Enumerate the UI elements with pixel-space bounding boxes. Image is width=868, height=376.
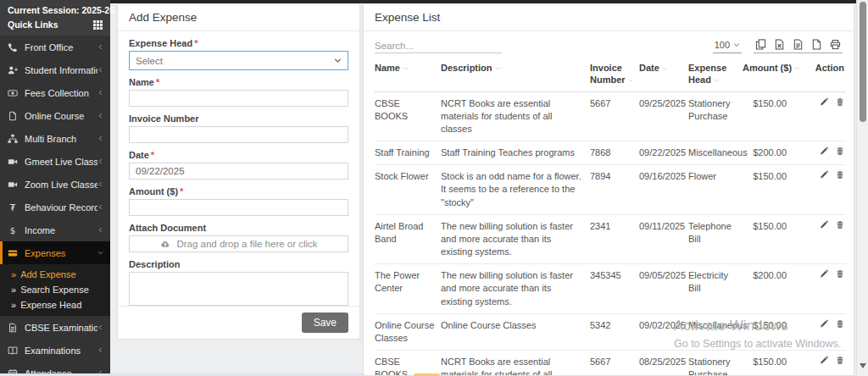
csv-icon[interactable]: [793, 39, 804, 50]
name-field[interactable]: [129, 90, 348, 107]
svg-text:$: $: [10, 225, 16, 235]
cell-date: 08/25/2025: [639, 351, 688, 376]
invoice-number-label: Invoice Number: [129, 113, 348, 124]
sidebar-item-behaviour-records[interactable]: ₮Behaviour Records: [0, 196, 110, 218]
cell-action: [805, 214, 846, 264]
sidebar-menu: Front OfficeStudent InformationFees Coll…: [0, 36, 110, 376]
delete-icon[interactable]: [836, 97, 844, 107]
column-header-invoice-number[interactable]: Invoice Number: [590, 59, 639, 91]
sidebar-item-label: Gmeet Live Classes: [25, 157, 97, 167]
quick-links-label: Quick Links: [8, 19, 58, 30]
cell-amount: $150.00: [743, 313, 805, 350]
scrollbar-thumb[interactable]: [860, 2, 866, 122]
scroll-down-arrow-icon[interactable]: [860, 363, 866, 372]
grid-icon[interactable]: [93, 20, 103, 30]
cell-description: Online Course Classes: [441, 313, 590, 350]
sidebar-item-label: Behaviour Records: [25, 202, 97, 213]
dropzone-text: Drag and drop a file here or click: [176, 239, 317, 249]
sidebar-item-online-course[interactable]: Online Course: [0, 104, 110, 127]
sidebar-item-student-information[interactable]: Student Information: [0, 58, 110, 81]
column-header-amount-[interactable]: Amount ($): [743, 59, 805, 91]
copy-icon[interactable]: [755, 39, 766, 50]
chevron-down-icon: [334, 57, 342, 64]
sidebar-item-fees-collection[interactable]: Fees Collection: [0, 81, 110, 104]
column-header-description[interactable]: Description: [441, 59, 590, 91]
cell-action: [805, 141, 846, 165]
cell-name: Staff Training: [375, 141, 441, 165]
edit-icon[interactable]: [820, 356, 828, 365]
list-controls-right: 100: [713, 39, 843, 53]
search-input[interactable]: [375, 39, 502, 53]
column-header-name[interactable]: Name: [375, 59, 441, 91]
edit-icon[interactable]: [820, 269, 828, 279]
file-dropzone[interactable]: Drag and drop a file here or click: [129, 235, 348, 252]
save-button[interactable]: Save: [302, 312, 348, 333]
sidebar-item-cbse-examination[interactable]: CBSE Examination: [0, 316, 110, 339]
submenu-item-search-expense[interactable]: »Search Expense: [0, 282, 110, 297]
submenu-item-add-expense[interactable]: »Add Expense: [0, 267, 110, 282]
edit-icon[interactable]: [820, 170, 828, 180]
attach-document-label: Attach Document: [129, 223, 348, 233]
cell-amount: $200.00: [743, 141, 805, 165]
delete-icon[interactable]: [836, 319, 844, 329]
edit-icon[interactable]: [820, 147, 828, 156]
delete-icon[interactable]: [836, 269, 844, 279]
cell-action: [805, 165, 846, 215]
cell-action: [805, 264, 846, 314]
invoice-number-field[interactable]: [129, 126, 348, 143]
print-icon[interactable]: [830, 39, 841, 50]
sidebar-item-examinations[interactable]: Examinations: [0, 339, 110, 362]
sidebar: Current Session: 2025-26 Quick Links Fro…: [0, 0, 110, 373]
cell-amount: $150.00: [743, 91, 805, 141]
table-row: Stock FlowerStock is an odd name for a f…: [375, 165, 846, 215]
quick-links[interactable]: Quick Links: [8, 19, 103, 30]
chevron-down-icon: [733, 41, 740, 48]
sort-icon: [794, 66, 800, 71]
delete-icon[interactable]: [836, 356, 844, 365]
pdf-icon[interactable]: [811, 39, 822, 50]
sidebar-item-expenses[interactable]: Expenses: [0, 241, 110, 264]
sitemap-icon: [8, 134, 18, 144]
cell-expense-head: Electricity Bill: [688, 264, 743, 314]
cell-invoice-number: 7894: [590, 165, 639, 215]
edit-icon[interactable]: [820, 97, 828, 107]
cell-expense-head: Stationery Purchase: [688, 351, 743, 376]
chevron-left-icon: [97, 43, 103, 51]
column-header-date[interactable]: Date: [639, 59, 688, 91]
edit-icon[interactable]: [820, 220, 828, 229]
sidebar-item-label: Examinations: [25, 346, 97, 356]
cell-expense-head: Stationery Purchase: [688, 91, 743, 141]
current-session-label: Current Session: 2025-26: [8, 5, 103, 15]
amount-field[interactable]: [129, 199, 348, 216]
sidebar-item-front-office[interactable]: Front Office: [0, 36, 110, 58]
cell-date: 09/11/2025: [639, 214, 688, 264]
cell-action: [805, 351, 846, 376]
submenu-item-expense-head[interactable]: »Expense Head: [0, 297, 110, 312]
page-size-select[interactable]: 100: [713, 40, 742, 53]
cell-amount: $150.00: [743, 165, 805, 215]
delete-icon[interactable]: [836, 220, 844, 229]
chevron-left-icon: [97, 66, 103, 74]
sidebar-item-zoom-live-classes[interactable]: Zoom Live Classes: [0, 173, 110, 196]
angles-right-icon: »: [11, 301, 16, 310]
session-block: Current Session: 2025-26 Quick Links: [0, 0, 110, 36]
sidebar-item-gmeet-live-classes[interactable]: Gmeet Live Classes: [0, 150, 110, 173]
delete-icon[interactable]: [836, 170, 844, 180]
description-group: Description: [129, 259, 348, 306]
sidebar-item-multi-branch[interactable]: Multi Branch: [0, 127, 110, 150]
sidebar-item-income[interactable]: $Income: [0, 218, 110, 241]
expense-head-select[interactable]: Select: [129, 51, 348, 70]
table-row: Staff TrainingStaff Training Teaches pro…: [375, 141, 846, 165]
description-field[interactable]: [129, 272, 348, 306]
userplus-icon: [8, 65, 18, 75]
delete-icon[interactable]: [836, 147, 844, 156]
edit-icon[interactable]: [820, 319, 828, 329]
column-header-expense-head[interactable]: Expense Head: [688, 59, 743, 91]
vertical-scrollbar[interactable]: [856, 0, 868, 376]
cell-description: Stock is an odd name for a flower. It se…: [441, 165, 590, 215]
column-header-action: Action: [805, 59, 846, 91]
expense-list-panel: Expense List 100 NameDescriptionInvoice …: [363, 3, 854, 376]
date-field[interactable]: 09/22/2025: [129, 163, 348, 180]
sort-icon: [714, 78, 720, 83]
excel-icon[interactable]: [774, 39, 785, 50]
